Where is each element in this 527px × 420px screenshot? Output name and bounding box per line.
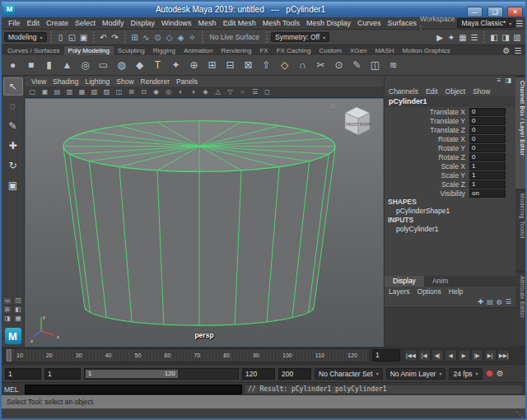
view-cube[interactable]: ⌂ FRONT RIGHT <box>331 102 376 138</box>
shelf-gear-icon[interactable]: ⚙ <box>501 46 512 55</box>
help-menu[interactable]: Help <box>449 287 463 296</box>
menu-surfaces[interactable]: Surfaces <box>385 19 421 27</box>
safe-action-icon[interactable]: ◐ <box>175 88 186 96</box>
playback-end-field[interactable]: 120 <box>242 368 275 380</box>
step-back-frame-button[interactable]: |◀ <box>418 349 431 362</box>
channel-value-field[interactable]: 1 <box>469 162 506 170</box>
channel-label[interactable]: Visibility <box>440 189 465 198</box>
grease-pencil-icon[interactable]: ▨ <box>101 88 112 96</box>
channel-value-field[interactable]: 0 <box>469 135 506 143</box>
pan-zoom-icon[interactable]: ▧ <box>89 88 100 96</box>
animation-end-field[interactable]: 200 <box>278 368 311 380</box>
gate-mask-icon[interactable]: ◉ <box>151 88 161 96</box>
safe-title-icon[interactable]: ◑ <box>188 88 198 96</box>
lights-icon[interactable]: ☰ <box>250 88 260 96</box>
time-ruler[interactable]: 10 20 30 40 50 60 70 80 90 100 110 120 <box>4 348 370 362</box>
panel-menu-view[interactable]: View <box>28 77 49 86</box>
channel-label[interactable]: Rotate Z <box>438 153 465 161</box>
maximize-button[interactable]: ❏ <box>487 7 503 17</box>
shelf-combine-icon[interactable]: ⊞ <box>203 57 221 74</box>
channel-label[interactable]: Translate Z <box>430 126 465 134</box>
snap-to-grid-icon[interactable]: ⊞ <box>129 33 141 42</box>
layout-persp-outliner-icon[interactable]: ◧ <box>13 306 23 314</box>
channel-filter-icon[interactable]: ◨ <box>505 77 511 85</box>
workspace-menu-icon[interactable]: ☰ <box>515 19 523 28</box>
channel-object-name[interactable]: pCylinder1 <box>385 96 515 107</box>
menu-windows[interactable]: Windows <box>158 19 195 27</box>
shelf-cone-icon[interactable]: ▲ <box>58 57 76 74</box>
channel-value-field[interactable]: 1 <box>469 171 506 180</box>
channel-value-field[interactable]: 0 <box>469 117 506 125</box>
auto-keyframe-toggle[interactable] <box>486 370 493 377</box>
channel-value-field[interactable]: 0 <box>469 108 506 116</box>
shelf-tab-animation[interactable]: Animation <box>180 46 217 55</box>
snap-to-point-icon[interactable]: ⊙ <box>152 33 164 42</box>
channel-label[interactable]: Translate X <box>430 108 465 116</box>
layer-options-icon[interactable]: ☰ <box>506 298 511 306</box>
current-frame-field[interactable]: 1 <box>372 349 400 362</box>
lasso-tool-icon[interactable]: ◌ <box>3 97 23 115</box>
toggle-sidebar-icon[interactable]: ◧ <box>488 33 500 42</box>
layer-visibility-icon[interactable]: ◍ <box>497 298 502 306</box>
layout-persp-graph-icon[interactable]: ◨ <box>2 315 12 323</box>
shaded-icon[interactable]: ▽ <box>225 88 236 96</box>
playback-start-field[interactable]: 1 <box>44 368 81 380</box>
menu-mesh-display[interactable]: Mesh Display <box>303 19 354 27</box>
mel-input[interactable] <box>25 385 242 394</box>
channel-label[interactable]: Rotate Y <box>438 144 465 152</box>
shelf-torus-icon[interactable]: ◎ <box>77 57 94 74</box>
grid-icon[interactable]: ◫ <box>114 88 124 96</box>
render-current-frame-icon[interactable]: ✦ <box>445 33 457 42</box>
input-node-name[interactable]: polyCylinder1 <box>385 225 515 234</box>
shelf-extrude-icon[interactable]: ⇧ <box>258 57 275 74</box>
channel-label[interactable]: Scale X <box>441 162 465 170</box>
layout-hypershade-icon[interactable]: ▦ <box>13 315 23 323</box>
shelf-tab-rendering[interactable]: Rendering <box>217 46 255 55</box>
cylinder-mesh[interactable] <box>26 99 383 346</box>
panel-menu-panels[interactable]: Panels <box>173 77 201 86</box>
shelf-bridge-icon[interactable]: ∩ <box>294 57 311 74</box>
menu-mesh-tools[interactable]: Mesh Tools <box>259 19 303 27</box>
step-forward-key-button[interactable]: |▶ <box>471 349 483 362</box>
close-button[interactable]: ✕ <box>507 7 523 17</box>
shelf-extract-icon[interactable]: ⊠ <box>240 57 257 74</box>
camera-attributes-icon[interactable]: ▤ <box>52 88 63 96</box>
shadows-icon[interactable]: ◻ <box>262 88 273 96</box>
shelf-tab-curves-surfaces[interactable]: Curves / Surfaces <box>3 46 64 55</box>
channel-label[interactable]: Translate Y <box>430 117 465 125</box>
play-forwards-button[interactable]: ▶ <box>458 349 470 362</box>
show-menu[interactable]: Show <box>473 87 490 96</box>
shelf-sphere-icon[interactable]: ● <box>4 57 21 74</box>
channel-label[interactable]: Scale Z <box>441 180 465 189</box>
move-tool-icon[interactable]: ✚ <box>3 137 23 155</box>
menu-file[interactable]: File <box>5 19 24 27</box>
shelf-target-weld-icon[interactable]: ⊙ <box>330 57 347 74</box>
go-to-start-button[interactable]: |◀◀ <box>404 349 417 362</box>
field-chart-icon[interactable]: ◎ <box>163 88 174 96</box>
menu-edit-mesh[interactable]: Edit Mesh <box>220 19 259 27</box>
image-plane-icon[interactable]: ▦ <box>77 88 87 96</box>
snap-to-curve-icon[interactable]: ∿ <box>141 33 152 42</box>
channel-value-field[interactable]: 1 <box>469 180 506 189</box>
tab-modeling-toolkit[interactable]: Modeling Toolkit <box>515 190 525 271</box>
hypershade-icon[interactable]: ☰ <box>469 33 480 42</box>
new-scene-icon[interactable]: ▯ <box>55 33 67 42</box>
scale-tool-icon[interactable]: ▣ <box>3 176 23 194</box>
textured-icon[interactable]: ○ <box>237 88 248 96</box>
shelf-tab-xgen[interactable]: XGen <box>346 46 371 55</box>
shelf-menu-icon[interactable]: ☰ <box>512 46 524 55</box>
view-cube-graphic[interactable]: FRONT RIGHT <box>337 102 376 138</box>
animation-start-field[interactable]: 1 <box>5 368 41 380</box>
menu-mesh[interactable]: Mesh <box>195 19 220 27</box>
resize-grip[interactable]: ⋱ <box>516 410 524 418</box>
film-gate-icon[interactable]: ⊞ <box>126 88 137 96</box>
snap-to-center-icon[interactable]: ◈ <box>175 33 187 42</box>
layout-two-pane-icon[interactable]: ◫ <box>13 296 23 305</box>
bookmark-icon[interactable]: ▥ <box>64 88 75 96</box>
menu-create[interactable]: Create <box>43 19 72 27</box>
viewport-canvas[interactable]: ⌂ FRONT RIGHT x y z persp <box>25 98 384 347</box>
step-forward-frame-button[interactable]: ▶| <box>484 349 497 362</box>
shelf-separate-icon[interactable]: ⊟ <box>222 57 239 74</box>
shelf-tab-sculpting[interactable]: Sculpting <box>114 46 149 55</box>
shelf-plane-icon[interactable]: ▭ <box>95 57 112 74</box>
